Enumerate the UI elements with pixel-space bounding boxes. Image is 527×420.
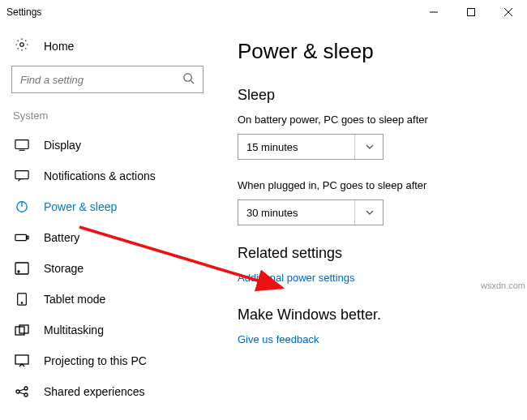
sidebar: Home System Display Notifications & acti…: [0, 24, 215, 420]
sidebar-item-shared[interactable]: Shared experiences: [10, 376, 205, 407]
battery-icon: [15, 231, 29, 244]
message-icon: [15, 169, 29, 182]
sleep-heading: Sleep: [238, 87, 519, 104]
plugged-sleep-select[interactable]: 30 minutes: [238, 199, 383, 225]
home-label: Home: [44, 40, 74, 53]
feedback-link[interactable]: Give us feedback: [238, 333, 319, 345]
projecting-icon: [15, 354, 29, 367]
sidebar-item-display[interactable]: Display: [10, 130, 205, 161]
display-icon: [15, 139, 29, 152]
sidebar-item-label: Projecting to this PC: [44, 354, 147, 367]
sidebar-item-battery[interactable]: Battery: [10, 222, 205, 253]
minimize-button[interactable]: [415, 0, 452, 24]
sidebar-item-label: Shared experiences: [44, 385, 145, 398]
search-box[interactable]: [11, 66, 204, 93]
shared-icon: [15, 385, 29, 398]
svg-rect-20: [15, 355, 28, 364]
svg-line-25: [19, 392, 24, 394]
window-controls: [415, 0, 527, 24]
svg-point-5: [184, 74, 191, 81]
svg-point-22: [24, 387, 28, 390]
main-pane: Power & sleep Sleep On battery power, PC…: [215, 24, 527, 420]
sidebar-item-projecting[interactable]: Projecting to this PC: [10, 345, 205, 376]
system-group-label: System: [10, 106, 205, 130]
storage-icon: [15, 262, 29, 275]
chevron-down-icon: [354, 200, 375, 225]
sidebar-item-label: Multitasking: [44, 324, 104, 336]
related-heading: Related settings: [238, 245, 519, 262]
svg-rect-9: [15, 171, 28, 179]
svg-rect-13: [27, 236, 28, 239]
sidebar-item-label: Storage: [44, 262, 84, 275]
close-button[interactable]: [490, 0, 527, 24]
svg-point-15: [18, 271, 19, 272]
page-title: Power & sleep: [238, 39, 519, 64]
svg-point-21: [16, 390, 19, 393]
home-button[interactable]: Home: [10, 31, 205, 66]
watermark: wsxdn.com: [481, 281, 525, 290]
plugged-sleep-label: When plugged in, PC goes to sleep after: [238, 179, 519, 191]
sidebar-item-storage[interactable]: Storage: [10, 253, 205, 284]
sidebar-item-label: Display: [44, 139, 81, 152]
svg-rect-7: [15, 140, 28, 149]
svg-rect-1: [468, 8, 475, 15]
svg-rect-12: [15, 234, 27, 240]
battery-sleep-select[interactable]: 15 minutes: [238, 134, 383, 160]
maximize-button[interactable]: [452, 0, 490, 24]
tablet-icon: [15, 293, 29, 306]
sidebar-item-power[interactable]: Power & sleep: [10, 191, 205, 222]
svg-line-6: [191, 80, 194, 84]
svg-point-4: [20, 43, 24, 47]
sidebar-item-multitasking[interactable]: Multitasking: [10, 315, 205, 345]
svg-point-23: [24, 393, 28, 396]
window-title: Settings: [6, 6, 41, 18]
select-value: 15 minutes: [246, 141, 354, 153]
better-heading: Make Windows better.: [238, 306, 519, 324]
sidebar-item-label: Power & sleep: [44, 200, 117, 213]
power-icon: [15, 200, 29, 213]
sidebar-item-label: Notifications & actions: [44, 169, 156, 182]
titlebar: Settings: [0, 0, 527, 24]
sidebar-item-tablet[interactable]: Tablet mode: [10, 284, 205, 315]
chevron-down-icon: [354, 135, 375, 159]
search-icon: [182, 72, 195, 87]
battery-sleep-label: On battery power, PC goes to sleep after: [238, 114, 519, 126]
svg-line-24: [19, 389, 24, 391]
additional-power-settings-link[interactable]: Additional power settings: [238, 272, 355, 284]
svg-point-17: [21, 302, 22, 303]
gear-icon: [15, 37, 29, 54]
sidebar-item-notifications[interactable]: Notifications & actions: [10, 161, 205, 191]
multitasking-icon: [15, 324, 29, 336]
sidebar-item-label: Tablet mode: [44, 293, 105, 306]
search-input[interactable]: [20, 74, 182, 86]
sidebar-item-label: Battery: [44, 231, 79, 244]
svg-rect-14: [15, 263, 28, 274]
select-value: 30 minutes: [246, 207, 354, 219]
